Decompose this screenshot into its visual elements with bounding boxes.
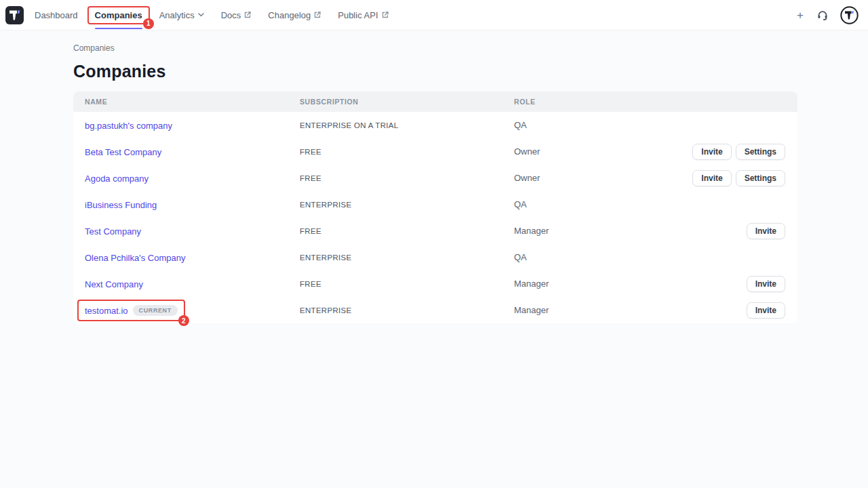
page-title: Companies xyxy=(73,62,868,81)
role-value: QA xyxy=(514,252,785,262)
company-link[interactable]: Beta Test Company xyxy=(85,147,161,157)
support-icon[interactable] xyxy=(816,9,829,21)
role-value: Owner xyxy=(514,173,692,183)
role-value: Owner xyxy=(514,146,692,157)
topbar-actions: + xyxy=(795,6,859,24)
row-actions: InviteSettings xyxy=(692,170,785,186)
nav-item-label: Analytics xyxy=(159,10,195,20)
row-actions: InviteSettings xyxy=(692,144,785,160)
annotation-step-badge: 1 xyxy=(143,18,154,29)
current-badge: CURRENT xyxy=(133,305,178,316)
role-value: QA xyxy=(514,120,785,130)
company-link[interactable]: bg.pastukh's company xyxy=(85,121,172,131)
table-header: NAME SUBSCRIPTION ROLE xyxy=(73,92,797,112)
row-actions: Invite xyxy=(747,302,785,319)
table-row: Test Company FREE Manager Invite xyxy=(73,218,797,244)
company-link[interactable]: Agoda company xyxy=(85,174,149,184)
subscription-value: FREE xyxy=(300,280,514,288)
nav-item-public-api[interactable]: Public API xyxy=(338,0,388,30)
table-row: Next Company FREE Manager Invite xyxy=(73,270,797,297)
table-row: Agoda company FREE Owner InviteSettings xyxy=(73,165,797,191)
nav-item-dashboard[interactable]: Dashboard xyxy=(35,0,78,30)
external-link-icon xyxy=(314,12,321,18)
annotation-step-badge: 2 xyxy=(178,315,189,326)
table-row: testomat.io CURRENT 2 ENTERPRISE Manager… xyxy=(73,297,797,323)
company-link[interactable]: iBusiness Funding xyxy=(85,200,157,210)
table-row: iBusiness Funding ENTERPRISE QA xyxy=(73,191,797,218)
column-header-role: ROLE xyxy=(514,98,785,106)
top-nav: Dashboard Companies 1 xyxy=(0,0,868,30)
table-row: Beta Test Company FREE Owner InviteSetti… xyxy=(73,138,797,165)
row-actions: Invite xyxy=(747,223,785,239)
external-link-icon xyxy=(244,12,251,18)
nav-item-docs[interactable]: Docs xyxy=(221,0,252,30)
company-link[interactable]: Next Company xyxy=(85,279,143,289)
invite-button[interactable]: Invite xyxy=(747,276,785,292)
external-link-icon xyxy=(382,12,389,18)
table-row: Olena Pchilka's Company ENTERPRISE QA xyxy=(73,244,797,270)
primary-nav: Dashboard Companies 1 xyxy=(35,0,389,30)
subscription-value: FREE xyxy=(300,174,514,182)
row-actions: Invite xyxy=(747,276,785,292)
column-header-subscription: SUBSCRIPTION xyxy=(300,98,514,106)
role-value: Manager xyxy=(514,226,747,236)
nav-item-label: Dashboard xyxy=(35,10,78,20)
company-link[interactable]: Olena Pchilka's Company xyxy=(85,253,185,263)
role-value: QA xyxy=(514,199,785,209)
subscription-value: ENTERPRISE ON A TRIAL xyxy=(300,121,514,129)
nav-item-analytics[interactable]: Analytics xyxy=(159,0,204,30)
user-avatar[interactable] xyxy=(840,6,859,24)
nav-item-companies[interactable]: Companies 1 xyxy=(95,0,142,30)
companies-table: NAME SUBSCRIPTION ROLE bg.pastukh's comp… xyxy=(73,92,797,323)
invite-button[interactable]: Invite xyxy=(692,170,731,186)
company-link[interactable]: Test Company xyxy=(85,226,141,237)
role-value: Manager xyxy=(514,279,747,289)
subscription-value: FREE xyxy=(300,227,514,235)
nav-item-label: Changelog xyxy=(268,10,311,20)
settings-button[interactable]: Settings xyxy=(736,170,785,186)
role-value: Manager xyxy=(514,305,747,315)
chevron-down-icon xyxy=(198,13,204,17)
invite-button[interactable]: Invite xyxy=(747,302,785,319)
invite-button[interactable]: Invite xyxy=(692,144,731,160)
subscription-value: ENTERPRISE xyxy=(300,201,514,209)
column-header-name: NAME xyxy=(85,98,300,106)
table-body: bg.pastukh's company ENTERPRISE ON A TRI… xyxy=(73,112,797,323)
app-logo-icon[interactable] xyxy=(5,6,24,24)
subscription-value: ENTERPRISE xyxy=(300,253,514,262)
nav-item-label: Docs xyxy=(221,10,241,20)
settings-button[interactable]: Settings xyxy=(736,144,785,160)
nav-item-label: Companies xyxy=(95,10,142,20)
company-link[interactable]: testomat.io xyxy=(85,306,128,316)
nav-item-label: Public API xyxy=(338,10,378,20)
invite-button[interactable]: Invite xyxy=(747,223,785,239)
subscription-value: FREE xyxy=(300,148,514,156)
nav-item-changelog[interactable]: Changelog xyxy=(268,0,321,30)
subscription-value: ENTERPRISE xyxy=(300,306,514,314)
breadcrumb[interactable]: Companies xyxy=(73,43,115,53)
add-icon[interactable]: + xyxy=(795,8,805,22)
table-row: bg.pastukh's company ENTERPRISE ON A TRI… xyxy=(73,112,797,138)
main-content: Companies Companies NAME SUBSCRIPTION RO… xyxy=(0,30,868,323)
